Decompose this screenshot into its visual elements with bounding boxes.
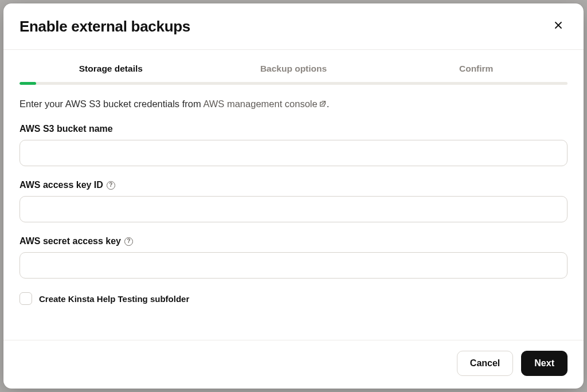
external-link-icon <box>319 99 327 110</box>
aws-console-link-text: AWS management console <box>203 99 317 109</box>
step-label: Storage details <box>79 64 143 73</box>
help-icon[interactable]: ? <box>107 181 115 190</box>
bucket-name-label: AWS S3 bucket name <box>19 124 568 134</box>
step-label: Confirm <box>459 64 493 73</box>
close-button[interactable] <box>549 17 568 36</box>
access-key-id-input[interactable] <box>19 196 568 222</box>
close-icon <box>554 21 563 33</box>
access-key-id-label-text: AWS access key ID <box>19 180 103 190</box>
modal-header: Enable external backups <box>3 3 584 50</box>
next-button-label: Next <box>534 358 554 369</box>
field-secret-access-key: AWS secret access key ? <box>19 236 568 279</box>
bucket-name-input[interactable] <box>19 140 568 166</box>
secret-access-key-label-text: AWS secret access key <box>19 236 121 246</box>
field-bucket-name: AWS S3 bucket name <box>19 124 568 166</box>
step-backup-options[interactable]: Backup options <box>202 50 385 82</box>
next-button[interactable]: Next <box>521 351 568 376</box>
step-storage-details[interactable]: Storage details <box>19 50 202 82</box>
intro-prefix: Enter your AWS S3 bucket credentials fro… <box>19 99 203 109</box>
help-icon[interactable]: ? <box>124 237 133 246</box>
intro-text: Enter your AWS S3 bucket credentials fro… <box>19 99 568 110</box>
step-label: Backup options <box>260 64 327 73</box>
field-access-key-id: AWS access key ID ? <box>19 180 568 222</box>
secret-access-key-input[interactable] <box>19 252 568 279</box>
create-subfolder-checkbox[interactable] <box>19 292 32 305</box>
wizard-progress-track <box>19 82 568 85</box>
bucket-name-label-text: AWS S3 bucket name <box>19 124 113 134</box>
access-key-id-label: AWS access key ID ? <box>19 180 568 190</box>
aws-console-link[interactable]: AWS management console <box>203 99 326 109</box>
create-subfolder-label[interactable]: Create Kinsta Help Testing subfolder <box>39 294 189 304</box>
create-subfolder-row: Create Kinsta Help Testing subfolder <box>19 292 568 305</box>
intro-suffix: . <box>327 99 330 109</box>
cancel-button[interactable]: Cancel <box>457 351 513 376</box>
modal-title: Enable external backups <box>19 18 190 36</box>
modal-footer: Cancel Next <box>3 340 584 389</box>
step-confirm[interactable]: Confirm <box>385 50 568 82</box>
modal-body: Enter your AWS S3 bucket credentials fro… <box>3 99 584 340</box>
enable-external-backups-modal: Enable external backups Storage details … <box>3 3 584 389</box>
cancel-button-label: Cancel <box>470 358 500 369</box>
wizard-progress-fill <box>19 82 36 85</box>
secret-access-key-label: AWS secret access key ? <box>19 236 568 246</box>
wizard-steps: Storage details Backup options Confirm <box>3 50 584 82</box>
